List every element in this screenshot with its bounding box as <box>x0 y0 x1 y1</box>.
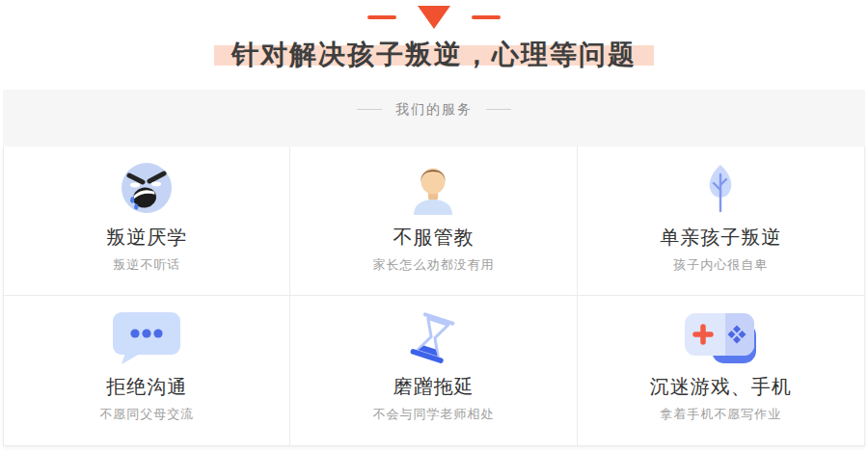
service-card-defiant[interactable]: 不服管教 家长怎么劝都没有用 <box>290 146 577 296</box>
decoration-dash-left <box>367 15 396 19</box>
section-line-right <box>486 109 511 110</box>
service-title: 单亲孩子叛逆 <box>660 226 781 248</box>
service-title: 磨蹭拖延 <box>393 376 474 397</box>
service-subtitle: 不愿同父母交流 <box>99 408 194 421</box>
service-title: 拒绝沟通 <box>106 376 187 397</box>
hourglass-icon <box>406 310 460 364</box>
gamepad-icon <box>683 310 758 364</box>
service-subtitle: 叛逆不听话 <box>113 258 180 272</box>
down-triangle-icon <box>418 6 450 29</box>
header: 针对解决孩子叛逆，心理等问题 <box>0 37 868 73</box>
section-line-left <box>357 109 382 110</box>
page-title: 针对解决孩子叛逆，心理等问题 <box>214 37 654 73</box>
service-subtitle: 家长怎么劝都没有用 <box>372 258 494 272</box>
service-card-procrastination[interactable]: 磨蹭拖延 不会与同学老师相处 <box>290 296 577 445</box>
boy-avatar-icon <box>406 161 460 215</box>
header-decoration <box>0 0 868 29</box>
services-grid: 叛逆厌学 叛逆不听话 不服管教 家长怎么劝都没有用 单亲孩子叛逆 孩子内心很自卑 <box>3 146 865 446</box>
leaf-icon <box>693 161 747 215</box>
service-subtitle: 不会与同学老师相处 <box>372 408 494 421</box>
section-header: 我们的服务 <box>3 90 865 146</box>
service-title: 叛逆厌学 <box>106 226 187 248</box>
service-card-no-communication[interactable]: 拒绝沟通 不愿同父母交流 <box>4 296 290 445</box>
chat-bubble-icon <box>111 310 182 364</box>
section-label: 我们的服务 <box>395 101 473 117</box>
service-card-game-addiction[interactable]: 沉迷游戏、手机 拿着手机不愿写作业 <box>578 296 864 445</box>
service-title: 不服管教 <box>393 226 474 248</box>
service-subtitle: 孩子内心很自卑 <box>673 258 768 272</box>
angry-face-icon <box>120 161 174 215</box>
decoration-dash-right <box>472 15 501 19</box>
service-card-rebellious[interactable]: 叛逆厌学 叛逆不听话 <box>4 146 290 296</box>
service-subtitle: 拿着手机不愿写作业 <box>660 408 781 421</box>
service-card-single-parent[interactable]: 单亲孩子叛逆 孩子内心很自卑 <box>578 146 864 296</box>
service-title: 沉迷游戏、手机 <box>650 376 792 397</box>
